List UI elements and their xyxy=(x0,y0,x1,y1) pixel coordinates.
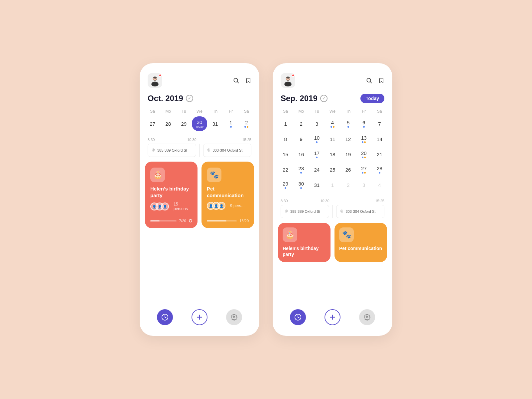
sep-22[interactable]: 22 xyxy=(278,162,293,177)
timeline-bar-oct: 385-389 Oxford St 303-304 Oxford St xyxy=(148,144,251,157)
event-card-birthday-sep[interactable]: 🎂 Helen's birthday party xyxy=(278,223,331,262)
sep-wd-sa: Sa xyxy=(278,107,293,116)
sep-14[interactable]: 14 xyxy=(372,132,387,146)
sep-31[interactable]: 31 xyxy=(309,178,324,192)
sep-next-2[interactable]: 2 xyxy=(341,178,356,192)
search-icon[interactable] xyxy=(233,77,239,84)
today-badge[interactable]: Today xyxy=(360,94,384,103)
avatar-sep[interactable] xyxy=(281,73,295,88)
add-nav-btn[interactable] xyxy=(192,309,207,325)
sep-21[interactable]: 21 xyxy=(372,147,387,162)
sep-12[interactable]: 12 xyxy=(341,132,356,146)
sep-wd-th: Th xyxy=(341,107,356,116)
sep-6[interactable]: 6 xyxy=(356,116,371,131)
sep-birthday-title: Helen's birthday party xyxy=(283,245,326,257)
phones-container: Oct. 2019 ✓ Sa Mo Tu We Th Fr Sa 27 28 2… xyxy=(126,50,406,349)
event-card-pet-oct[interactable]: 🐾 Pet communication 👤 👤 👤 9 pers... 13/2… xyxy=(201,162,254,228)
sep-time-mid: 10:30 xyxy=(320,199,330,203)
loc2-text: 303-304 Oxford St xyxy=(213,148,243,152)
sep-24[interactable]: 24 xyxy=(309,162,324,177)
clock-nav-btn[interactable] xyxy=(157,309,173,325)
sep-1[interactable]: 1 xyxy=(278,116,293,131)
birthday-progress: 7/20 xyxy=(150,219,192,223)
sep-next-1[interactable]: 1 xyxy=(325,178,340,192)
sep-add-nav-btn[interactable] xyxy=(325,309,340,325)
month-title-sep[interactable]: Sep. 2019 ✓ xyxy=(281,94,328,103)
month-title-oct[interactable]: Oct. 2019 ✓ xyxy=(148,94,193,103)
time-start: 8:30 xyxy=(148,138,155,142)
sep-9[interactable]: 9 xyxy=(294,132,309,146)
cal-day-27[interactable]: 27 xyxy=(145,116,160,131)
sep-13[interactable]: 13 xyxy=(356,132,371,146)
sep-11[interactable]: 11 xyxy=(325,132,340,146)
settings-nav-btn[interactable] xyxy=(226,309,242,325)
sep-19[interactable]: 19 xyxy=(341,147,356,162)
sep-5[interactable]: 5 xyxy=(341,116,356,131)
sep-7[interactable]: 7 xyxy=(372,116,387,131)
sep-30[interactable]: 30 xyxy=(294,178,309,192)
events-section-oct: 🎂 Helen's birthday party 👤 👤 👤 15 person… xyxy=(140,159,259,232)
sep-18[interactable]: 18 xyxy=(325,147,340,162)
sep-timeline-loc2[interactable]: 303-304 Oxford St xyxy=(336,205,385,218)
cal-day-30-today[interactable]: 30 Today xyxy=(192,116,207,131)
month-text-sep: Sep. 2019 xyxy=(281,94,318,103)
sep-20[interactable]: 20 xyxy=(356,147,371,162)
calendar-oct: Sa Mo Tu We Th Fr Sa 27 28 29 30 Today 3… xyxy=(140,107,259,134)
cal-day-31[interactable]: 31 xyxy=(208,116,223,131)
sep-27[interactable]: 27 xyxy=(356,162,371,177)
event-card-birthday-oct[interactable]: 🎂 Helen's birthday party 👤 👤 👤 15 person… xyxy=(145,162,198,228)
month-title-row-oct: Oct. 2019 ✓ xyxy=(140,91,259,107)
weekday-sa2: Sa xyxy=(239,107,254,116)
sep-loc2-text: 303-304 Oxford St xyxy=(346,209,376,213)
sep-23[interactable]: 23 xyxy=(294,162,309,177)
svg-point-27 xyxy=(366,317,368,318)
svg-point-2 xyxy=(151,82,159,86)
timeline-loc2[interactable]: 303-304 Oxford St xyxy=(203,144,252,157)
cal-day-29[interactable]: 29 xyxy=(176,116,191,131)
sep-wd-we: We xyxy=(325,107,340,116)
sep-settings-nav-btn[interactable] xyxy=(359,309,375,325)
pet-count: 9 pers... xyxy=(230,203,244,208)
progress-dot xyxy=(189,219,192,222)
sep-clock-nav-btn[interactable] xyxy=(290,309,306,325)
sep-29[interactable]: 29 xyxy=(278,178,293,192)
bookmark-icon[interactable] xyxy=(245,77,251,84)
sep-timeline-loc1[interactable]: 385-389 Oxford St xyxy=(281,205,329,218)
timeline-loc1[interactable]: 385-389 Oxford St xyxy=(148,144,196,157)
cal-day-2[interactable]: 2 xyxy=(239,116,254,131)
bookmark-icon-sep[interactable] xyxy=(378,77,384,84)
pet-progress-fill xyxy=(207,220,226,221)
events-section-sep: 🎂 Helen's birthday party 🐾 Pet communica… xyxy=(273,220,392,266)
sep-17[interactable]: 17 xyxy=(309,147,324,162)
sep-26[interactable]: 26 xyxy=(341,162,356,177)
cal-day-1[interactable]: 1 xyxy=(223,116,238,131)
pet-persons: 👤 👤 👤 9 pers... xyxy=(207,202,249,210)
sep-2[interactable]: 2 xyxy=(294,116,309,131)
month-text: Oct. 2019 xyxy=(148,94,183,103)
check-icon-sep: ✓ xyxy=(320,95,328,102)
sep-25[interactable]: 25 xyxy=(325,162,340,177)
sep-next-4[interactable]: 4 xyxy=(372,178,387,192)
notification-dot xyxy=(159,74,162,77)
calendar-sep: Sa Mo Tu We Th Fr Sa 1 2 3 4 5 6 7 8 9 1… xyxy=(273,107,392,196)
sep-pet-title: Pet communication xyxy=(339,245,382,251)
sep-4[interactable]: 4 xyxy=(325,116,340,131)
weekday-mo: Mo xyxy=(161,107,176,116)
event-card-pet-sep[interactable]: 🐾 Pet communication xyxy=(334,223,387,262)
phone-october: Oct. 2019 ✓ Sa Mo Tu We Th Fr Sa 27 28 2… xyxy=(140,63,259,336)
sep-next-3[interactable]: 3 xyxy=(356,178,371,192)
avatar[interactable] xyxy=(148,73,162,88)
cal-day-28[interactable]: 28 xyxy=(161,116,176,131)
pet-avatar-3: 👤 xyxy=(217,202,225,210)
svg-line-21 xyxy=(370,82,372,83)
bottom-nav-oct xyxy=(140,305,259,329)
search-icon-sep[interactable] xyxy=(366,77,372,84)
weekday-tu: Tu xyxy=(176,107,191,116)
sep-28[interactable]: 28 xyxy=(372,162,387,177)
sep-16[interactable]: 16 xyxy=(294,147,309,162)
sep-15[interactable]: 15 xyxy=(278,147,293,162)
sep-3[interactable]: 3 xyxy=(309,116,324,131)
sep-wd-mo: Mo xyxy=(294,107,309,116)
sep-8[interactable]: 8 xyxy=(278,132,293,146)
sep-10[interactable]: 10 xyxy=(309,132,324,146)
